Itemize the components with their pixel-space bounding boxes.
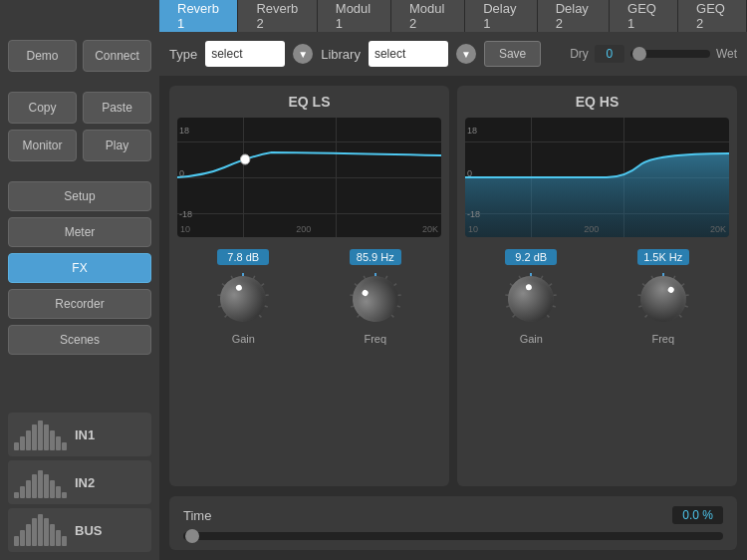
eq-ls-freq-value: 85.9 Hz	[350, 249, 401, 265]
tab-modul1[interactable]: Modul 1	[318, 0, 391, 32]
setup-button[interactable]: Setup	[8, 181, 151, 211]
channel-strip-bus[interactable]: BUS	[8, 508, 151, 552]
eq-ls-panel: EQ LS	[169, 86, 449, 486]
eq-hs-freq-knob[interactable]	[633, 269, 693, 329]
library-label: Library	[321, 47, 361, 62]
eq-ls-freq-label: Freq	[364, 333, 386, 345]
controls-bar: Type select ▼ Library select ▼ Save Dry …	[159, 32, 747, 76]
time-value: 0.0 %	[672, 506, 723, 524]
library-dropdown-arrow[interactable]: ▼	[456, 44, 476, 64]
strip-label-in1: IN1	[75, 427, 95, 442]
eq-hs-freq-group: 1.5K Hz	[633, 249, 693, 345]
scenes-button[interactable]: Scenes	[8, 325, 151, 355]
dry-wet-control: Dry 0 Wet	[570, 45, 737, 63]
time-thumb[interactable]	[185, 529, 199, 543]
fx-button[interactable]: FX	[8, 253, 151, 283]
eq-ls-gain-knob[interactable]	[213, 269, 273, 329]
eq-ls-freq-group: 85.9 Hz	[346, 249, 405, 345]
type-select-value: select	[211, 47, 242, 61]
strip-label-bus: BUS	[75, 523, 102, 538]
dry-wet-slider[interactable]	[630, 50, 710, 58]
type-dropdown-arrow[interactable]: ▼	[293, 44, 313, 64]
eq-hs-gain-group: 9.2 dB	[501, 249, 561, 345]
main-content: Type select ▼ Library select ▼ Save Dry …	[159, 32, 747, 560]
library-select-value: select	[374, 47, 405, 61]
play-button[interactable]: Play	[83, 130, 151, 161]
channel-strip-in2[interactable]: IN2	[8, 460, 151, 504]
dry-value: 0	[595, 45, 624, 63]
save-button[interactable]: Save	[484, 41, 541, 67]
tab-delay1[interactable]: Delay 1	[465, 0, 537, 32]
eq-ls-gain-value: 7.8 dB	[217, 249, 269, 265]
meter-button[interactable]: Meter	[8, 217, 151, 247]
tab-modul2[interactable]: Modul 2	[391, 0, 465, 32]
type-select[interactable]: select	[205, 41, 285, 67]
tab-reverb2[interactable]: Reverb 2	[238, 0, 317, 32]
copy-button[interactable]: Copy	[8, 92, 77, 124]
connect-button[interactable]: Connect	[83, 40, 151, 72]
channel-strip-in1[interactable]: IN1	[8, 413, 151, 456]
tab-geq2[interactable]: GEQ 2	[678, 0, 747, 32]
eq-hs-gain-value: 9.2 dB	[505, 249, 557, 265]
dry-wet-thumb[interactable]	[632, 47, 646, 61]
demo-button[interactable]: Demo	[8, 40, 77, 72]
eq-ls-curve	[177, 118, 441, 237]
monitor-button[interactable]: Monitor	[8, 130, 77, 161]
time-section: Time 0.0 %	[169, 496, 737, 550]
svg-point-0	[240, 154, 249, 164]
type-label: Type	[169, 47, 197, 62]
time-label: Time	[183, 508, 211, 523]
eq-hs-gain-knob[interactable]	[501, 269, 561, 329]
library-select[interactable]: select	[369, 41, 448, 67]
time-header: Time 0.0 %	[183, 506, 723, 524]
eq-ls-gain-group: 7.8 dB	[213, 249, 273, 345]
eq-hs-controls: 9.2 dB	[465, 245, 729, 349]
recorder-button[interactable]: Recorder	[8, 289, 151, 319]
eq-ls-title: EQ LS	[177, 94, 441, 110]
eq-ls-controls: 7.8 dB	[177, 245, 441, 349]
eq-hs-freq-label: Freq	[651, 333, 674, 345]
strip-bars-bus	[14, 514, 67, 546]
sidebar: Demo Connect Copy Paste Monitor Play Set…	[0, 32, 159, 560]
tab-geq1[interactable]: GEQ 1	[610, 0, 678, 32]
eq-ls-gain-label: Gain	[232, 333, 255, 345]
eq-hs-curve	[465, 118, 729, 237]
strip-bars-in1	[14, 419, 67, 450]
eq-hs-gain-label: Gain	[520, 333, 543, 345]
eq-hs-panel: EQ HS	[457, 86, 737, 486]
wet-label: Wet	[716, 47, 737, 61]
eq-hs-freq-value: 1.5K Hz	[637, 249, 689, 265]
tab-delay2[interactable]: Delay 2	[538, 0, 610, 32]
eq-panels: EQ LS	[159, 76, 747, 496]
eq-hs-display: 18 0 -18 10 200 20K	[465, 118, 729, 237]
eq-ls-display: 18 0 -18 10 200 20K	[177, 118, 441, 237]
strip-label-in2: IN2	[75, 475, 95, 490]
paste-button[interactable]: Paste	[83, 92, 151, 124]
dry-label: Dry	[570, 47, 589, 61]
eq-hs-title: EQ HS	[465, 94, 729, 110]
eq-ls-freq-knob[interactable]	[346, 269, 405, 329]
strip-bars-in2	[14, 466, 67, 498]
time-slider[interactable]	[183, 532, 723, 540]
tab-reverb1[interactable]: Reverb 1	[159, 0, 238, 32]
